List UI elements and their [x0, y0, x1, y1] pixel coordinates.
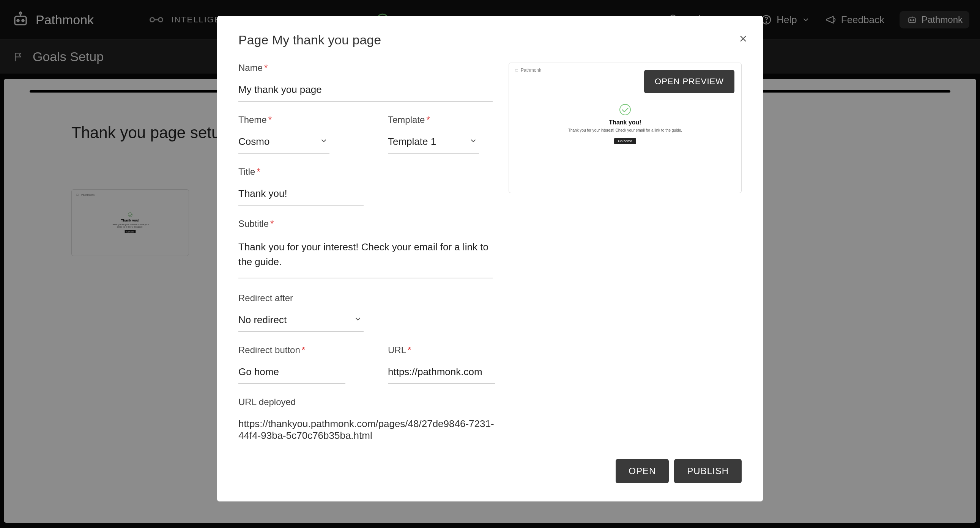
name-input[interactable]	[239, 81, 493, 101]
redirect-after-field-group: Redirect after	[239, 293, 495, 332]
redirect-button-input[interactable]	[239, 363, 345, 384]
publish-button[interactable]: PUBLISH	[674, 459, 741, 483]
subtitle-input[interactable]	[239, 237, 493, 278]
template-label: Template*	[388, 114, 495, 125]
modal-title: Page My thank you page	[239, 33, 741, 48]
title-label: Title*	[239, 166, 495, 177]
template-field-group: Template*	[388, 114, 495, 154]
modal: Page My thank you page Name* Theme*	[217, 16, 763, 501]
template-select[interactable]	[388, 133, 479, 154]
preview-column: Pathmonk OPEN PREVIEW Thank you! Thank y…	[509, 63, 741, 447]
open-button[interactable]: OPEN	[616, 459, 669, 483]
svg-rect-16	[515, 70, 518, 71]
url-field-group: URL*	[388, 345, 495, 384]
url-deployed-group: URL deployed https://thankyou.pathmonk.c…	[239, 397, 495, 447]
subtitle-label: Subtitle*	[239, 219, 495, 229]
preview-sub: Thank you for your interest! Check your …	[509, 128, 741, 132]
theme-field-group: Theme*	[239, 114, 345, 154]
url-deployed-label: URL deployed	[239, 397, 495, 407]
name-field-group: Name*	[239, 63, 495, 101]
subtitle-field-group: Subtitle*	[239, 219, 495, 280]
url-label: URL*	[388, 345, 495, 355]
redirect-button-label: Redirect button*	[239, 345, 345, 355]
check-icon	[619, 104, 631, 115]
theme-label: Theme*	[239, 114, 345, 125]
modal-footer: OPEN PUBLISH	[239, 459, 741, 483]
open-preview-button[interactable]: OPEN PREVIEW	[644, 70, 735, 93]
preview-button: Go home	[614, 138, 636, 144]
form: Name* Theme* Template*	[239, 63, 495, 447]
redirect-button-field-group: Redirect button*	[239, 345, 345, 384]
title-input[interactable]	[239, 185, 364, 206]
preview-brand: Pathmonk	[514, 68, 541, 73]
modal-overlay: Page My thank you page Name* Theme*	[0, 0, 980, 528]
name-label: Name*	[239, 63, 495, 73]
url-input[interactable]	[388, 363, 495, 384]
title-field-group: Title*	[239, 166, 495, 206]
redirect-after-label: Redirect after	[239, 293, 495, 303]
url-deployed-value: https://thankyou.pathmonk.com/pages/48/2…	[239, 415, 495, 447]
close-icon[interactable]	[738, 33, 748, 44]
theme-select[interactable]	[239, 133, 329, 154]
preview-title: Thank you!	[509, 119, 741, 126]
redirect-after-select[interactable]	[239, 311, 364, 332]
preview-card: Pathmonk OPEN PREVIEW Thank you! Thank y…	[509, 63, 741, 193]
